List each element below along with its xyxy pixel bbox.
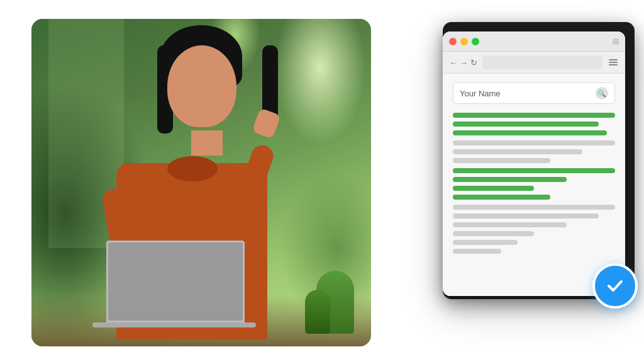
result-line [453, 113, 615, 118]
result-line [453, 177, 567, 182]
content-line [453, 140, 615, 145]
content-line [453, 231, 534, 236]
back-icon[interactable]: ← [449, 59, 457, 67]
result-line [453, 168, 615, 173]
scene: ← → ↻ Your Name 🔍 [0, 0, 644, 364]
content-line [453, 213, 599, 219]
content-line [453, 222, 567, 227]
result-line [453, 130, 607, 135]
content-line [453, 205, 615, 210]
maximize-dot[interactable] [472, 38, 479, 45]
traffic-lights [449, 38, 479, 45]
address-bar-input[interactable] [482, 55, 602, 69]
forward-icon[interactable]: → [460, 59, 468, 67]
titlebar [443, 31, 625, 52]
browser-page-content: Your Name 🔍 [443, 74, 625, 263]
photo-container [31, 19, 371, 346]
refresh-icon[interactable]: ↻ [470, 59, 477, 67]
content-line [453, 240, 518, 245]
result-line [453, 195, 550, 200]
close-dot[interactable] [449, 38, 457, 45]
check-badge [592, 263, 638, 309]
content-line [453, 149, 582, 154]
browser-window: ← → ↻ Your Name 🔍 [443, 31, 625, 296]
nav-icons: ← → ↻ [449, 59, 477, 67]
menu-icon[interactable] [608, 58, 619, 67]
content-line [453, 158, 550, 163]
result-line [453, 122, 599, 127]
result-line [453, 186, 534, 191]
titlebar-extra [613, 38, 619, 45]
content-lines [453, 113, 615, 254]
minimize-dot[interactable] [460, 38, 468, 45]
content-line [453, 249, 501, 254]
addressbar: ← → ↻ [443, 52, 625, 74]
page-search-box[interactable]: Your Name 🔍 [453, 82, 615, 104]
search-icon[interactable]: 🔍 [596, 87, 608, 100]
search-query-text: Your Name [460, 89, 596, 98]
